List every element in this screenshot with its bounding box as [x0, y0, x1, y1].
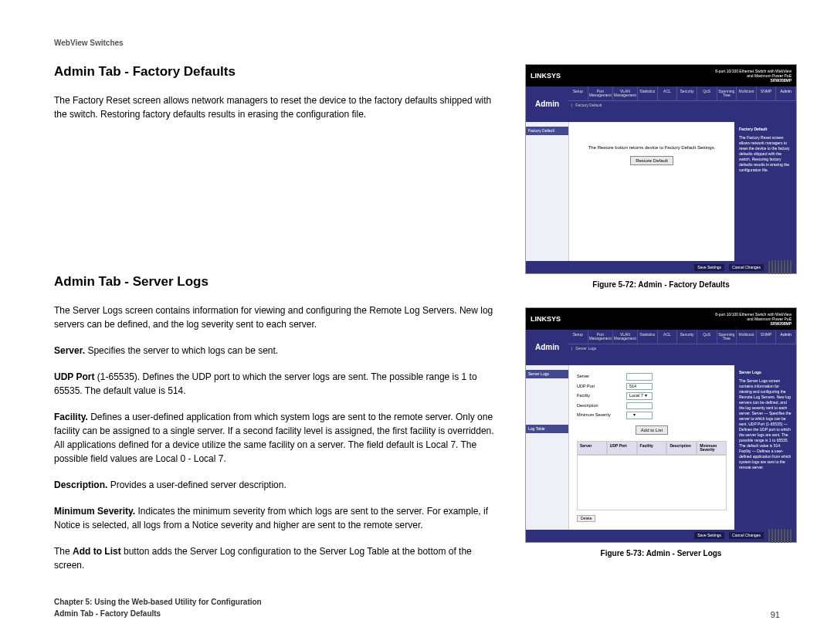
- top-tab[interactable]: Statistics: [638, 330, 658, 344]
- sidenav-server-logs[interactable]: Server Logs: [526, 370, 568, 378]
- table-header: Minimum Severity: [697, 441, 727, 455]
- section2-intro: The Server Logs screen contains informat…: [54, 303, 502, 331]
- section2-server: Server. Specifies the server to which lo…: [54, 344, 502, 358]
- top-tab[interactable]: Statistics: [638, 86, 658, 100]
- main-text-column: Admin Tab - Factory Defaults The Factory…: [54, 64, 502, 585]
- section2-udp: UDP Port (1-65535). Defines the UDP port…: [54, 370, 502, 398]
- sidenav-log-table[interactable]: Log Table: [526, 425, 568, 433]
- linksys-logo: LINKSYS: [531, 73, 561, 80]
- top-tab[interactable]: Spanning Tree: [717, 86, 737, 100]
- udp-port-input[interactable]: 514: [626, 383, 653, 391]
- fig1-maintext: The Restore button returns device to Fac…: [577, 145, 727, 150]
- figure1-caption: Figure 5-72: Admin - Factory Defaults: [525, 280, 797, 289]
- top-tab[interactable]: Spanning Tree: [717, 330, 737, 344]
- top-tab[interactable]: VLAN Management: [613, 86, 638, 100]
- top-tab[interactable]: ACL: [658, 330, 678, 344]
- cancel-changes-button[interactable]: Cancel Changes: [729, 264, 764, 271]
- top-tab[interactable]: Security: [677, 330, 697, 344]
- top-tab[interactable]: Multicast: [737, 86, 757, 100]
- min-severity-select[interactable]: ▾: [626, 412, 653, 419]
- delete-button[interactable]: Delete: [577, 515, 595, 522]
- add-to-list-button[interactable]: Add to List: [636, 425, 668, 435]
- table-header: UDP Port: [607, 441, 637, 455]
- log-table-body: [577, 455, 727, 510]
- table-header: Description: [666, 441, 697, 455]
- figure-server-logs: LINKSYS 8-port 10/100 Ethernet Switch wi…: [525, 307, 797, 543]
- top-tab[interactable]: Setup: [568, 86, 588, 100]
- figure2-caption: Figure 5-73: Admin - Server Logs: [525, 549, 797, 558]
- cisco-logo-icon: [768, 529, 792, 543]
- linksys-logo: LINKSYS: [531, 316, 561, 323]
- page-footer: Chapter 5: Using the Web-based Utility f…: [54, 596, 780, 619]
- save-settings-button[interactable]: Save Settings: [694, 532, 724, 539]
- fig2-table-head: ServerUDP PortFacilityDescriptionMinimum…: [577, 441, 727, 455]
- description-input[interactable]: [626, 402, 653, 410]
- top-tab[interactable]: SNMP: [757, 86, 777, 100]
- section1-body: The Factory Reset screen allows network …: [54, 93, 502, 121]
- section2-addlist: The Add to List button adds the Server L…: [54, 544, 502, 572]
- section1-title: Admin Tab - Factory Defaults: [54, 64, 502, 80]
- figure-factory-defaults: LINKSYS 8-port 10/100 Ethernet Switch wi…: [525, 64, 797, 274]
- fig1-tabs-row: SetupPort ManagementVLAN ManagementStati…: [568, 86, 796, 101]
- section2-title: Admin Tab - Server Logs: [54, 274, 502, 290]
- top-tab[interactable]: Security: [677, 86, 697, 100]
- top-tab[interactable]: Admin: [776, 86, 796, 100]
- figures-column: LINKSYS 8-port 10/100 Ethernet Switch wi…: [525, 64, 797, 576]
- top-tab[interactable]: SNMP: [757, 330, 777, 344]
- top-tab[interactable]: Admin: [776, 330, 796, 344]
- server-input[interactable]: [626, 373, 653, 381]
- fig2-tabs-row: SetupPort ManagementVLAN ManagementStati…: [568, 330, 796, 344]
- table-header: Facility: [637, 441, 667, 455]
- save-settings-button[interactable]: Save Settings: [694, 264, 724, 271]
- facility-select[interactable]: Local 7▾: [626, 392, 653, 400]
- top-tab[interactable]: QoS: [697, 86, 717, 100]
- restore-default-button[interactable]: Restore Default: [630, 156, 673, 165]
- top-tab[interactable]: VLAN Management: [613, 330, 638, 344]
- section2-facility: Facility. Defines a user-defined applica…: [54, 410, 502, 466]
- top-tab[interactable]: Multicast: [737, 330, 757, 344]
- cisco-logo-icon: [768, 260, 792, 274]
- cancel-changes-button[interactable]: Cancel Changes: [729, 532, 764, 539]
- top-tab[interactable]: QoS: [697, 330, 717, 344]
- page-number: 91: [771, 610, 780, 619]
- top-tab[interactable]: Port Management: [588, 330, 613, 344]
- section2-description: Description. Provides a user-defined ser…: [54, 478, 502, 492]
- top-tab[interactable]: Port Management: [588, 86, 613, 100]
- sidenav-factory-default[interactable]: Factory Default: [526, 127, 568, 135]
- doc-header: WebView Switches: [54, 39, 780, 47]
- table-header: Server: [577, 441, 607, 455]
- admin-tab-label: Admin: [526, 330, 568, 365]
- section2-minsev: Minimum Severity. Indicates the minimum …: [54, 504, 502, 532]
- footer-section: Admin Tab - Factory Defaults: [54, 608, 262, 619]
- top-tab[interactable]: Setup: [568, 330, 588, 344]
- top-tab[interactable]: ACL: [658, 86, 678, 100]
- admin-tab-label: Admin: [526, 86, 568, 122]
- footer-chapter: Chapter 5: Using the Web-based Utility f…: [54, 596, 262, 608]
